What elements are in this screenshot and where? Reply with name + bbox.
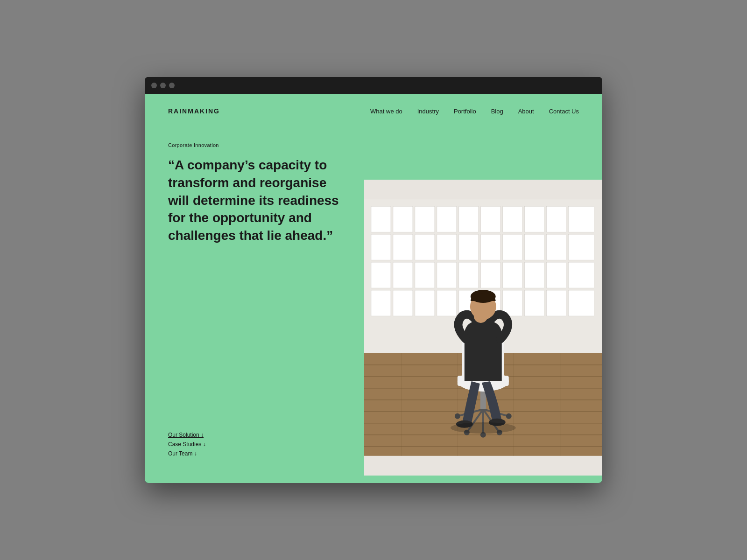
hero-image [364,180,602,476]
main-content: Corporate Innovation “A company’s capaci… [145,128,602,476]
nav-link-portfolio[interactable]: Portfolio [454,108,476,115]
nav-link-contact[interactable]: Contact Us [549,108,579,115]
nav-item-industry[interactable]: Industry [417,107,439,115]
svg-rect-31 [569,262,594,288]
svg-rect-20 [547,234,566,260]
svg-rect-26 [459,262,479,288]
svg-rect-39 [525,290,544,316]
nav-link-about[interactable]: About [518,108,534,115]
browser-dot-green [169,83,175,88]
browser-dot-yellow [160,83,166,88]
svg-rect-28 [503,262,522,288]
svg-rect-29 [525,262,544,288]
browser-chrome [145,77,602,94]
browser-dot-red [151,83,157,88]
svg-rect-18 [503,234,522,260]
svg-rect-30 [547,262,566,288]
svg-rect-19 [525,234,544,260]
main-quote: “A company’s capacity to transform and r… [168,156,341,245]
svg-point-63 [506,413,512,419]
nav-item-about[interactable]: About [518,107,534,115]
svg-point-74 [451,422,516,434]
svg-rect-2 [371,206,391,232]
svg-rect-22 [371,262,391,288]
svg-rect-6 [459,206,479,232]
svg-rect-35 [437,290,457,316]
svg-rect-17 [481,234,500,260]
nav-links: What we do Industry Portfolio Blog About… [370,107,579,115]
nav-link-blog[interactable]: Blog [491,108,503,115]
our-team-link[interactable]: Our Team ↓ [168,450,341,457]
svg-rect-12 [371,234,391,260]
site-logo[interactable]: RAINMAKING [168,107,220,115]
nav-link-industry[interactable]: Industry [417,108,439,115]
svg-rect-23 [393,262,413,288]
svg-rect-40 [547,290,566,316]
svg-point-62 [455,413,460,419]
case-studies-link[interactable]: Case Studies ↓ [168,441,341,448]
website-content: RAINMAKING What we do Industry Portfolio… [145,94,602,483]
svg-rect-13 [393,234,413,260]
svg-rect-3 [393,206,413,232]
svg-rect-5 [437,206,457,232]
svg-rect-32 [371,290,391,316]
navbar: RAINMAKING What we do Industry Portfolio… [145,94,602,128]
svg-rect-4 [415,206,435,232]
category-label: Corporate Innovation [168,142,341,148]
nav-item-contact[interactable]: Contact Us [549,107,579,115]
left-panel: Corporate Innovation “A company’s capaci… [145,128,364,476]
svg-rect-11 [569,206,594,232]
nav-link-what-we-do[interactable]: What we do [370,108,402,115]
svg-rect-27 [481,262,500,288]
svg-rect-24 [415,262,435,288]
svg-rect-34 [415,290,435,316]
svg-rect-8 [503,206,522,232]
svg-rect-33 [393,290,413,316]
nav-item-portfolio[interactable]: Portfolio [454,107,476,115]
nav-item-blog[interactable]: Blog [491,107,503,115]
svg-rect-25 [437,262,457,288]
svg-rect-41 [569,290,594,316]
office-scene-svg [364,180,602,476]
svg-rect-7 [481,206,500,232]
browser-window: RAINMAKING What we do Industry Portfolio… [145,77,602,483]
nav-item-what-we-do[interactable]: What we do [370,107,402,115]
svg-rect-10 [547,206,566,232]
svg-rect-14 [415,234,435,260]
section-nav: Our Solution ↓ Case Studies ↓ Our Team ↓ [168,427,341,457]
section-links: Our Solution ↓ Case Studies ↓ Our Team ↓ [168,432,341,457]
svg-rect-21 [569,234,594,260]
svg-rect-16 [459,234,479,260]
svg-rect-15 [437,234,457,260]
svg-rect-9 [525,206,544,232]
our-solution-link[interactable]: Our Solution ↓ [168,432,341,438]
right-panel [364,180,602,476]
